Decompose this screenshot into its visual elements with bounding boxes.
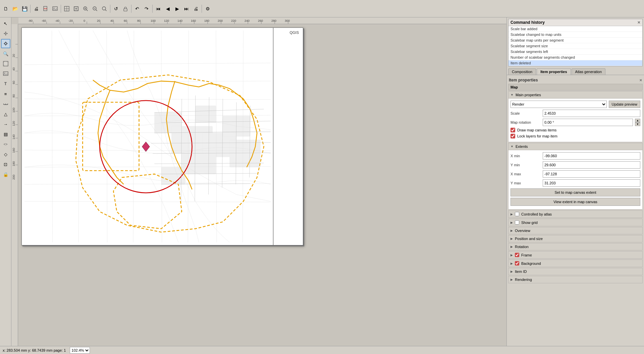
- undo-btn[interactable]: ↶: [133, 4, 142, 13]
- ymin-label: Y min: [511, 163, 541, 167]
- svg-rect-28: [3, 72, 8, 75]
- new-btn[interactable]: 🗋: [1, 4, 10, 13]
- move-item-tool[interactable]: [1, 29, 10, 38]
- add-legend-tool[interactable]: ≡: [1, 89, 10, 99]
- rotation-up[interactable]: ▲: [635, 119, 640, 122]
- view-extent-btn[interactable]: View extent in map canvas: [511, 198, 640, 206]
- move-content-tool[interactable]: [1, 39, 10, 48]
- redo-btn[interactable]: ↷: [142, 4, 151, 13]
- draw-canvas-checkbox[interactable]: [511, 128, 515, 132]
- tab-item-properties[interactable]: Item properties: [537, 68, 571, 75]
- command-history-item[interactable]: Number of scalebar segments changed: [508, 55, 642, 60]
- main-properties-header[interactable]: ▼ Main properties: [508, 91, 643, 99]
- command-history-item[interactable]: Scalebar map units per segment: [508, 38, 642, 43]
- item-id-header[interactable]: ▶ Item ID: [508, 268, 643, 275]
- command-history-item[interactable]: Scalebar changed to map units: [508, 32, 642, 38]
- background-checkbox[interactable]: [515, 261, 519, 266]
- save-btn[interactable]: 💾: [20, 4, 29, 13]
- extents-label: Extents: [516, 144, 528, 149]
- settings-btn[interactable]: ⚙: [203, 4, 212, 13]
- show-grid-header[interactable]: ▶ Show grid: [508, 219, 643, 226]
- command-history-item[interactable]: Scalebar segments left: [508, 49, 642, 55]
- svg-rect-119: [182, 154, 216, 174]
- group-tool[interactable]: ⊡: [1, 160, 10, 169]
- main-toolbar: 🗋 📂 💾 🖨 PDF ↺ ↶ ↷ ⏮ ◀ ▶ ⏭ 🖨 ⚙: [0, 0, 644, 17]
- xmax-label: X max: [511, 172, 541, 176]
- atlas-last-btn[interactable]: ⏭: [182, 4, 191, 13]
- print-btn[interactable]: 🖨: [32, 4, 41, 13]
- zoom-out-btn[interactable]: [91, 4, 99, 13]
- add-html-tool[interactable]: <>: [1, 139, 10, 149]
- position-and-size-header[interactable]: ▶ Position and size: [508, 235, 643, 242]
- add-shape-tool[interactable]: △: [1, 109, 10, 119]
- rendering-header[interactable]: ▶ Rendering: [508, 276, 643, 283]
- sep1: [30, 5, 31, 13]
- sep2: [61, 5, 61, 13]
- command-history-header: Command history ✕: [508, 19, 642, 26]
- add-map-tool[interactable]: [1, 59, 10, 68]
- refresh-btn[interactable]: ↺: [112, 4, 120, 13]
- update-preview-btn[interactable]: Update preview: [609, 101, 640, 108]
- show-grid-checkbox[interactable]: [515, 220, 519, 225]
- extents-header[interactable]: ▼ Extents: [508, 143, 643, 150]
- export-img-btn[interactable]: [51, 4, 59, 13]
- zoom-full-btn[interactable]: [72, 4, 80, 13]
- edit-nodes-tool[interactable]: ◇: [1, 150, 10, 159]
- lock-btn[interactable]: [121, 4, 130, 13]
- command-history-item[interactable]: Item deleted: [508, 60, 642, 66]
- props-close-btn[interactable]: ✕: [639, 78, 642, 82]
- overview-header[interactable]: ▶ Overview: [508, 227, 643, 234]
- add-label-tool[interactable]: T: [1, 79, 10, 88]
- ymax-input[interactable]: [543, 179, 640, 187]
- show-grid-label: Show grid: [521, 221, 538, 225]
- rotation-down[interactable]: ▼: [635, 122, 640, 126]
- render-select[interactable]: Render Cache: [511, 101, 607, 108]
- frame-header[interactable]: ▶ Frame: [508, 251, 643, 259]
- svg-text:160: 160: [12, 148, 15, 153]
- zoom-in-btn[interactable]: [81, 4, 90, 13]
- atlas-first-btn[interactable]: ⏮: [154, 4, 163, 13]
- zoom-area-btn[interactable]: [100, 4, 109, 13]
- atlas-next-btn[interactable]: ▶: [173, 4, 181, 13]
- scale-input[interactable]: 2.4533: [543, 110, 640, 117]
- set-canvas-extent-btn[interactable]: Set to map canvas extent: [511, 188, 640, 196]
- map-frame[interactable]: [24, 31, 271, 242]
- item-id-label: Item ID: [515, 270, 527, 274]
- select-tool[interactable]: ↖: [1, 19, 10, 28]
- command-history-item[interactable]: Scalebar segment size: [508, 43, 642, 49]
- svg-text:200: 200: [218, 19, 223, 22]
- background-header[interactable]: ▶ Background: [508, 259, 643, 267]
- controlled-by-atlas-checkbox[interactable]: [515, 212, 519, 216]
- atlas-prev-btn[interactable]: ◀: [163, 4, 172, 13]
- add-attribute-table-tool[interactable]: ▤: [1, 129, 10, 139]
- add-scalebar-tool[interactable]: [1, 99, 10, 109]
- xmax-input[interactable]: [543, 170, 640, 178]
- close-icon[interactable]: ✕: [637, 20, 640, 25]
- map-rotation-input[interactable]: [543, 119, 633, 126]
- ymin-input[interactable]: [543, 161, 640, 169]
- controlled-by-atlas-header[interactable]: ▶ Controlled by atlas: [508, 210, 643, 218]
- map-section-header[interactable]: Map: [508, 84, 643, 91]
- xmin-label: X min: [511, 154, 541, 158]
- zoom-select[interactable]: 50% 75% 100% 102.4% 125% 150% 200%: [70, 347, 90, 354]
- command-history-item[interactable]: Scale bar added: [508, 26, 642, 32]
- export-pdf-btn[interactable]: PDF: [41, 4, 50, 13]
- canvas-area[interactable]: -80 -60 -40 -20 0 20 40 60 80 100 120 14…: [11, 17, 506, 346]
- add-image-tool[interactable]: [1, 69, 10, 78]
- frame-checkbox[interactable]: [515, 253, 519, 257]
- rotation-header[interactable]: ▶ Rotation: [508, 243, 643, 250]
- zoom-canvas-tool[interactable]: 🔍: [1, 49, 10, 58]
- add-arrow-tool[interactable]: →: [1, 119, 10, 129]
- open-btn[interactable]: 📂: [11, 4, 19, 13]
- atlas-print-btn[interactable]: 🖨: [192, 4, 200, 13]
- xmin-input[interactable]: [543, 152, 640, 160]
- lock-items-tool[interactable]: 🔒: [1, 170, 10, 179]
- rotation-arrow: ▶: [511, 245, 513, 248]
- tab-composition[interactable]: Composition: [508, 68, 536, 75]
- draw-canvas-label: Draw map canvas items: [517, 128, 556, 132]
- lock-layers-checkbox[interactable]: [511, 134, 515, 138]
- add-map-btn[interactable]: [62, 4, 71, 13]
- tab-atlas-generation[interactable]: Atlas generation: [572, 68, 606, 75]
- main-properties-content: Render Cache Update preview Scale 2.4533…: [508, 99, 643, 142]
- map-section-label: Map: [511, 85, 518, 89]
